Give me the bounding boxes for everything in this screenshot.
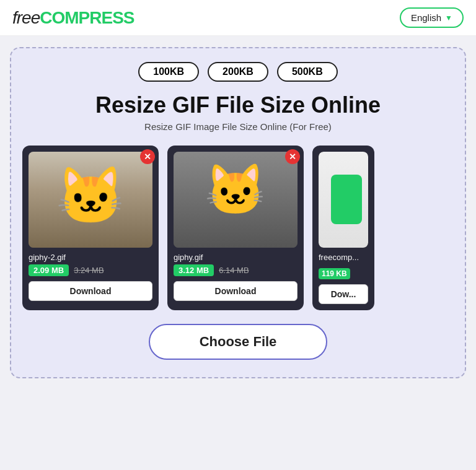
page-subtitle: Resize GIF Image File Size Online (For F… xyxy=(22,121,454,132)
card-2-size-new: 3.12 MB xyxy=(174,264,214,276)
file-card-1: ✕ giphy-2.gif 2.09 MB 3.24 MB Download xyxy=(22,146,159,310)
chevron-down-icon: ▼ xyxy=(445,14,452,22)
card-1-image xyxy=(29,152,152,248)
card-3-preview xyxy=(319,152,368,248)
pill-200kb[interactable]: 200KB xyxy=(208,62,268,82)
upload-area: 100KB 200KB 500KB Resize GIF File Size O… xyxy=(10,47,466,378)
header: freeCOMPRESS English ▼ xyxy=(0,0,476,36)
main-content: 100KB 200KB 500KB Resize GIF File Size O… xyxy=(0,36,476,393)
cat1-preview xyxy=(29,152,152,248)
card-3-download-button[interactable]: Dow... xyxy=(319,284,368,304)
logo-compress: COMPRESS xyxy=(40,8,134,27)
choose-file-section: Choose File xyxy=(22,324,454,360)
card-1-size-new: 2.09 MB xyxy=(29,264,69,276)
logo-free: free xyxy=(12,8,40,27)
card-1-close-button[interactable]: ✕ xyxy=(140,149,155,164)
card-2-download-button[interactable]: Download xyxy=(174,281,298,301)
card-3-image xyxy=(319,152,368,248)
card-1-sizes: 2.09 MB 3.24 MB xyxy=(29,264,152,276)
card-1-filename: giphy-2.gif xyxy=(29,253,152,262)
card-1-download-button[interactable]: Download xyxy=(29,281,152,301)
card-3-sizes: 119 KB xyxy=(319,264,368,279)
card-2-filename: giphy.gif xyxy=(174,253,298,262)
language-selector[interactable]: English ▼ xyxy=(400,7,464,28)
card-2-image xyxy=(174,152,298,248)
choose-file-button[interactable]: Choose File xyxy=(149,324,328,360)
file-card-2: ✕ giphy.gif 3.12 MB 6.14 MB Download xyxy=(167,146,304,310)
card-3-size-new: 119 KB xyxy=(319,268,350,279)
card-1-size-old: 3.24 MB xyxy=(74,266,104,275)
file-card-3: freecomp... 119 KB Dow... xyxy=(312,146,374,310)
logo: freeCOMPRESS xyxy=(12,8,134,28)
pill-500kb[interactable]: 500KB xyxy=(277,62,338,82)
card-3-green-shape xyxy=(331,175,362,224)
cards-row: ✕ giphy-2.gif 2.09 MB 3.24 MB Download ✕… xyxy=(22,146,454,310)
cat2-preview xyxy=(174,152,298,248)
card-2-sizes: 3.12 MB 6.14 MB xyxy=(174,264,298,276)
pill-100kb[interactable]: 100KB xyxy=(138,62,199,82)
card-2-size-old: 6.14 MB xyxy=(219,266,249,275)
size-pills-row: 100KB 200KB 500KB xyxy=(22,62,454,82)
page-title: Resize GIF File Size Online xyxy=(22,93,454,118)
language-label: English xyxy=(411,12,441,23)
card-3-filename: freecomp... xyxy=(319,253,368,262)
card-2-close-button[interactable]: ✕ xyxy=(285,149,300,164)
